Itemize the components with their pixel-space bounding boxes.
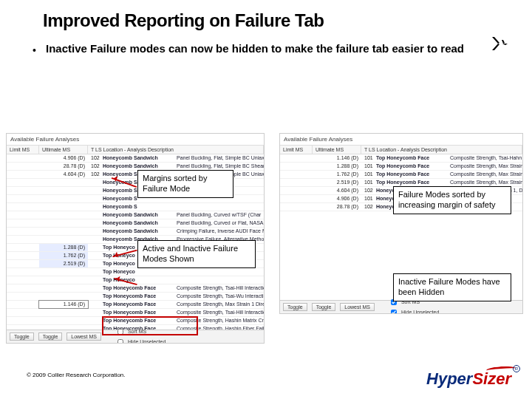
col-desc: T LS Location - Analysis Description	[361, 146, 522, 154]
cell-ultimate	[39, 179, 88, 186]
cell-desc: Composite Strength, Tsai-Hill Interactio…	[174, 309, 264, 316]
lowest-ms-button[interactable]: Lowest MS	[340, 303, 375, 311]
table-row[interactable]: Top Honeycomb FaceComposite Strength, Ts…	[7, 309, 264, 317]
bullet-dot: •	[33, 44, 36, 56]
cell-ultimate: 4.906 (D)	[39, 154, 88, 162]
cell-id: 102	[88, 163, 100, 170]
cell-id: 102	[361, 203, 373, 211]
cell-id	[88, 301, 100, 308]
table-row[interactable]: Honeycomb SandwichPanel Buckling, Curved…	[7, 211, 264, 219]
toggle-button[interactable]: Toggle	[283, 303, 307, 311]
cell-desc: Panel Buckling, Flat, Simple BC Uniaxial…	[174, 154, 264, 162]
hide-unselected-checkbox[interactable]: Hide Unselected	[115, 337, 166, 344]
col-limit: Limit MS	[7, 146, 39, 154]
cell-ultimate: 1.762 (D)	[313, 171, 361, 178]
cell-desc	[174, 276, 264, 284]
bullet-text: Inactive Failure modes can now be hidden…	[46, 41, 488, 56]
sort-ms-checkbox[interactable]: Sort MS	[115, 327, 166, 337]
panel-title: Available Failure Analyses	[7, 134, 264, 146]
cell-limit	[280, 154, 313, 162]
cell-limit	[7, 260, 39, 267]
cell-desc: Crimping Failure, Inverse AUDI Face Meth…	[174, 228, 264, 235]
cell-limit	[7, 276, 39, 284]
hypersizer-logo: HyperSizer R	[426, 369, 511, 389]
cell-ultimate	[39, 276, 88, 284]
cell-limit	[7, 219, 39, 227]
cell-limit	[7, 171, 39, 178]
cell-ultimate	[39, 219, 88, 227]
table-row[interactable]: Top Honeycomb FaceComposite Strength, Ts…	[7, 293, 264, 301]
cell-location: Top Honeycomb Face	[100, 284, 174, 292]
table-header: Limit MS Ultimate MS T LS Location - Ana…	[7, 146, 264, 154]
cell-id: 102	[88, 154, 100, 162]
cell-limit	[280, 195, 313, 202]
cell-id	[88, 244, 100, 251]
toggle-button[interactable]: Toggle	[38, 332, 63, 341]
checkbox-label: Hide Unselected	[401, 310, 439, 314]
cell-id	[88, 317, 100, 324]
cell-id: 101	[361, 195, 373, 202]
toggle-button[interactable]: Toggle	[10, 332, 34, 341]
cell-limit	[7, 228, 39, 235]
cell-id: 101	[361, 163, 373, 170]
cell-id	[88, 260, 100, 267]
cell-location: Top Honeycomb Face	[100, 317, 174, 324]
cell-ultimate	[39, 293, 88, 300]
cell-limit	[280, 203, 313, 211]
cell-id	[88, 219, 100, 227]
airplane-icon	[488, 35, 508, 52]
checkbox-label: Sort MS	[128, 329, 146, 334]
col-desc: T LS Location - Analysis Description	[88, 146, 264, 154]
table-row[interactable]: 1.762 (D)101Top Honeycomb FaceComposite …	[280, 171, 522, 179]
table-row[interactable]: 4.906 (D)102Honeycomb SandwichPanel Buck…	[7, 154, 264, 163]
copyright: © 2009 Collier Research Corporation.	[27, 372, 126, 378]
checkbox-icon[interactable]	[391, 310, 397, 315]
cell-ultimate	[39, 195, 88, 202]
cell-limit	[7, 284, 39, 292]
cell-limit	[7, 211, 39, 219]
lowest-ms-button[interactable]: Lowest MS	[66, 332, 101, 341]
cell-ultimate: 1.288 (D)	[313, 163, 361, 170]
cell-limit	[7, 309, 39, 316]
cell-ultimate	[39, 268, 88, 276]
hide-unselected-checkbox[interactable]: Hide Unselected	[388, 307, 439, 315]
cell-location: Honeycomb Sandwich	[100, 211, 174, 219]
checkbox-icon[interactable]	[117, 339, 123, 344]
table-row[interactable]: Top Honeyco	[7, 268, 264, 276]
slide-title: Improved Reporting on Failure Tab	[43, 10, 324, 31]
cell-desc: Composite Strength, Hashin Matrix Cracki…	[174, 317, 264, 324]
table-header: Limit MS Ultimate MS T LS Location - Ana…	[280, 146, 522, 154]
cell-ultimate	[39, 211, 88, 219]
cell-ultimate: 2.519 (D)	[39, 260, 88, 267]
cell-location: Honeycomb Sandwich	[100, 228, 174, 235]
cell-desc: Panel Buckling, Flat, Simple BC Shear	[174, 163, 264, 170]
checkbox-icon[interactable]	[117, 329, 123, 335]
cell-limit	[7, 179, 39, 186]
panel-title: Available Failure Analyses	[280, 134, 522, 146]
cell-limit	[7, 252, 39, 259]
cell-id	[88, 187, 100, 194]
table-row[interactable]: Honeycomb SandwichPanel Buckling, Curved…	[7, 219, 264, 228]
cell-location: Top Honeyco	[100, 276, 174, 284]
cell-limit	[280, 179, 313, 186]
cell-location: Top Honeycomb Face	[100, 301, 174, 308]
toggle-button[interactable]: Toggle	[312, 303, 336, 311]
cell-limit	[7, 268, 39, 276]
table-row[interactable]: Top Honeycomb FaceComposite Strength, Ha…	[7, 317, 264, 325]
table-row[interactable]: Honeycomb S	[7, 203, 264, 211]
table-row[interactable]: Honeycomb SandwichCrimping Failure, Inve…	[7, 228, 264, 236]
cell-location: Honeycomb Sandwich	[100, 154, 174, 162]
table-row[interactable]: 1.146 (D)Top Honeycomb FaceComposite Str…	[7, 301, 264, 309]
cell-ultimate: 2.519 (D)	[313, 179, 361, 186]
cell-ultimate: 28.78 (D)	[313, 203, 361, 211]
table-row[interactable]: 1.146 (D)101Top Honeycomb FaceComposite …	[280, 154, 522, 163]
table-row[interactable]: 1.288 (D)101Top Honeycomb FaceComposite …	[280, 163, 522, 171]
cell-ultimate: 1.288 (D)	[39, 244, 88, 251]
table-row[interactable]: Top Honeycomb FaceComposite Strength, Ts…	[7, 284, 264, 293]
cell-id	[88, 228, 100, 235]
cell-limit	[280, 171, 313, 178]
failure-panel-before: Available Failure Analyses Limit MS Ulti…	[6, 133, 265, 344]
col-limit: Limit MS	[280, 146, 313, 154]
cell-desc: Composite Strength, Max Strain 1 Direct	[174, 301, 264, 308]
cell-id: 101	[361, 171, 373, 178]
